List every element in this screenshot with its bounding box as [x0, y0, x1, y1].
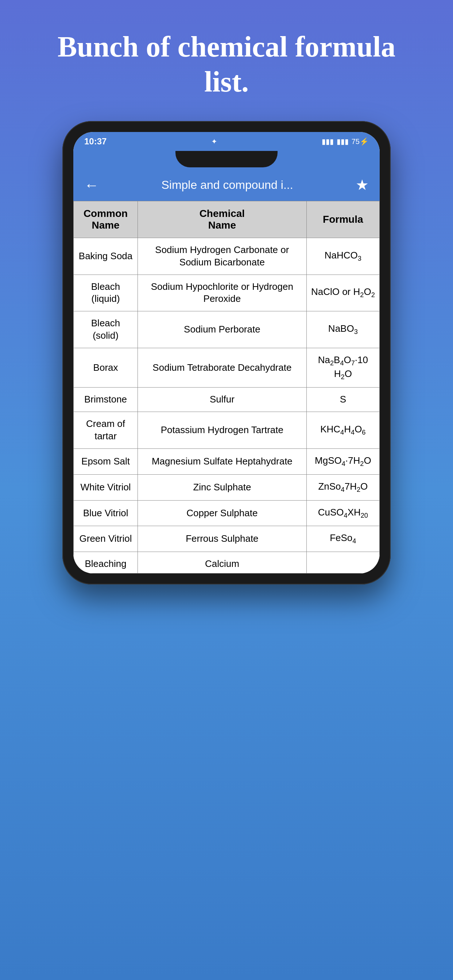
battery-icon: 75⚡ — [352, 137, 369, 146]
common-name: Brimstone — [74, 388, 138, 412]
formula: NaHCO3 — [306, 238, 379, 275]
status-icons: ▮▮▮ ▮▮▮ 75⚡ — [322, 137, 369, 146]
chemical-name: Sodium Tetraborate Decahydrate — [138, 348, 307, 388]
common-name: Blue Vitriol — [74, 500, 138, 526]
table-row: Brimstone Sulfur S — [74, 388, 380, 412]
col-header-chemical: ChemicalName — [138, 201, 307, 238]
chemical-name: Copper Sulphate — [138, 500, 307, 526]
formula: ZnSo47H2O — [306, 474, 379, 500]
chemical-name: Calcium — [138, 552, 307, 573]
bluetooth-icon: ✦ — [211, 137, 217, 146]
common-name: Bleach (liquid) — [74, 275, 138, 311]
favorite-button[interactable]: ★ — [356, 177, 369, 194]
chemical-name: Ferrous Sulphate — [138, 526, 307, 552]
common-name: White Vitriol — [74, 474, 138, 500]
formula: FeSo4 — [306, 526, 379, 552]
common-name: Baking Soda — [74, 238, 138, 275]
common-name: Green Vitriol — [74, 526, 138, 552]
col-header-formula: Formula — [306, 201, 379, 238]
common-name: Cream of tartar — [74, 412, 138, 449]
common-name: Bleach (solid) — [74, 311, 138, 348]
formula: NaBO3 — [306, 311, 379, 348]
table-row: Green Vitriol Ferrous Sulphate FeSo4 — [74, 526, 380, 552]
chemical-name: Sodium Hypochlorite or Hydrogen Peroxide — [138, 275, 307, 311]
notch-area — [73, 151, 380, 169]
table-row: Blue Vitriol Copper Sulphate CuSO4XH20 — [74, 500, 380, 526]
col-header-common: CommonName — [74, 201, 138, 238]
common-name: Bleaching — [74, 552, 138, 573]
back-button[interactable]: ← — [84, 177, 99, 194]
chemical-name: Potassium Hydrogen Tartrate — [138, 412, 307, 449]
table-row: White Vitriol Zinc Sulphate ZnSo47H2O — [74, 474, 380, 500]
common-name: Borax — [74, 348, 138, 388]
app-header: ← Simple and compound i... ★ — [73, 169, 380, 201]
table-row: Baking Soda Sodium Hydrogen Carbonate or… — [74, 238, 380, 275]
table-row: Bleach (liquid) Sodium Hypochlorite or H… — [74, 275, 380, 311]
page-title: Bunch of chemical formula list. — [0, 0, 453, 121]
signal-icon: ▮▮▮ — [322, 137, 334, 146]
header-title: Simple and compound i... — [99, 178, 356, 192]
chemical-table-container: CommonName ChemicalName Formula Baking S… — [73, 201, 380, 573]
formula: MgSO4·7H2O — [306, 449, 379, 474]
table-row: Bleach (solid) Sodium Perborate NaBO3 — [74, 311, 380, 348]
formula: CuSO4XH20 — [306, 500, 379, 526]
formula: Na2B4O7·10 H2O — [306, 348, 379, 388]
table-row: Bleaching Calcium — [74, 552, 380, 573]
status-bar: 10:37 ✦ ▮▮▮ ▮▮▮ 75⚡ — [73, 132, 380, 151]
table-row: Epsom Salt Magnesium Sulfate Heptahydrat… — [74, 449, 380, 474]
table-row: Cream of tartar Potassium Hydrogen Tartr… — [74, 412, 380, 449]
formula: NaClO or H2O2 — [306, 275, 379, 311]
chemical-name: Sodium Perborate — [138, 311, 307, 348]
formula: KHC4H4O6 — [306, 412, 379, 449]
notch — [175, 151, 278, 167]
phone-mockup: 10:37 ✦ ▮▮▮ ▮▮▮ 75⚡ ← Simple and compoun… — [62, 121, 391, 584]
formula: S — [306, 388, 379, 412]
chemical-table: CommonName ChemicalName Formula Baking S… — [73, 201, 380, 573]
chemical-name: Sodium Hydrogen Carbonate or Sodium Bica… — [138, 238, 307, 275]
chemical-name: Sulfur — [138, 388, 307, 412]
chemical-name: Magnesium Sulfate Heptahydrate — [138, 449, 307, 474]
status-time: 10:37 — [84, 136, 107, 146]
formula — [306, 552, 379, 573]
table-row: Borax Sodium Tetraborate Decahydrate Na2… — [74, 348, 380, 388]
chemical-name: Zinc Sulphate — [138, 474, 307, 500]
table-header-row: CommonName ChemicalName Formula — [74, 201, 380, 238]
common-name: Epsom Salt — [74, 449, 138, 474]
wifi-icon: ▮▮▮ — [337, 137, 349, 146]
